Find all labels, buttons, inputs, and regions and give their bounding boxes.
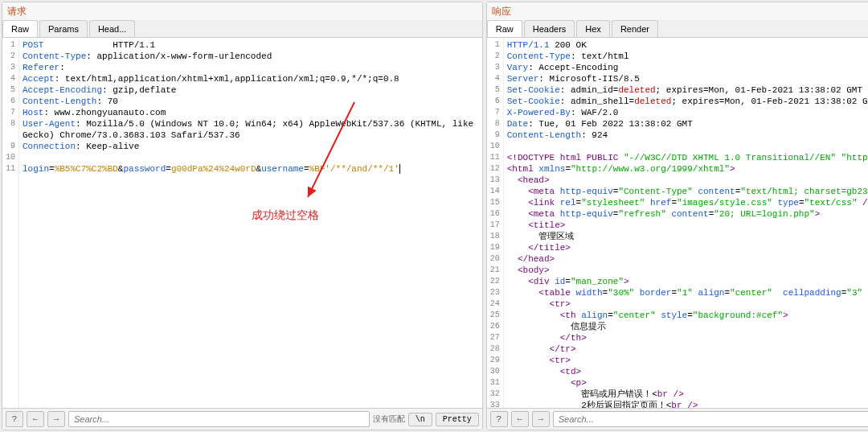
tab-raw[interactable]: Raw xyxy=(2,20,38,37)
help-icon[interactable]: ? xyxy=(6,411,23,427)
tab-render[interactable]: Render xyxy=(612,20,658,37)
pretty-button[interactable]: Pretty xyxy=(436,413,479,426)
response-panel: 响应 RawHeadersHexRender 12345678910111213… xyxy=(486,2,868,430)
response-search-input[interactable] xyxy=(553,411,868,427)
request-tabs: RawParamsHead... xyxy=(2,20,482,38)
response-title: 响应 xyxy=(487,2,868,20)
back-arrow-icon[interactable]: ← xyxy=(27,411,44,427)
help-icon[interactable]: ? xyxy=(490,411,508,427)
back-arrow-icon[interactable]: ← xyxy=(511,411,529,427)
app-root: 请求 RawParamsHead... 1234567891011 POST H… xyxy=(0,0,868,432)
request-editor[interactable]: 1234567891011 POST HTTP/1.1Content-Type:… xyxy=(2,38,482,408)
request-search-input[interactable] xyxy=(68,411,370,427)
tab-hex[interactable]: Hex xyxy=(576,20,610,37)
tab-params[interactable]: Params xyxy=(39,20,88,37)
tab-head[interactable]: Head... xyxy=(89,20,135,37)
request-title: 请求 xyxy=(2,2,482,20)
forward-arrow-icon[interactable]: → xyxy=(47,411,65,427)
response-editor[interactable]: 1234567891011121314151617181920212223242… xyxy=(487,38,868,408)
request-line-gutter: 1234567891011 xyxy=(2,38,19,408)
request-code[interactable]: POST HTTP/1.1Content-Type: application/x… xyxy=(19,38,482,408)
forward-arrow-icon[interactable]: → xyxy=(532,411,550,427)
request-footer: ? ← → 没有匹配 \n Pretty xyxy=(2,408,482,430)
tab-headers[interactable]: Headers xyxy=(524,20,575,37)
tab-raw[interactable]: Raw xyxy=(487,20,522,37)
request-panel: 请求 RawParamsHead... 1234567891011 POST H… xyxy=(2,2,483,430)
response-tabs: RawHeadersHexRender xyxy=(487,20,868,38)
newline-button[interactable]: \n xyxy=(408,413,432,426)
no-match-label: 没有匹配 xyxy=(373,413,405,425)
response-footer: ? ← → 没有匹配 \n Pretty xyxy=(487,408,868,430)
response-line-gutter: 1234567891011121314151617181920212223242… xyxy=(487,38,504,408)
response-code[interactable]: HTTP/1.1 200 OKContent-Type: text/htmlVa… xyxy=(504,38,868,408)
